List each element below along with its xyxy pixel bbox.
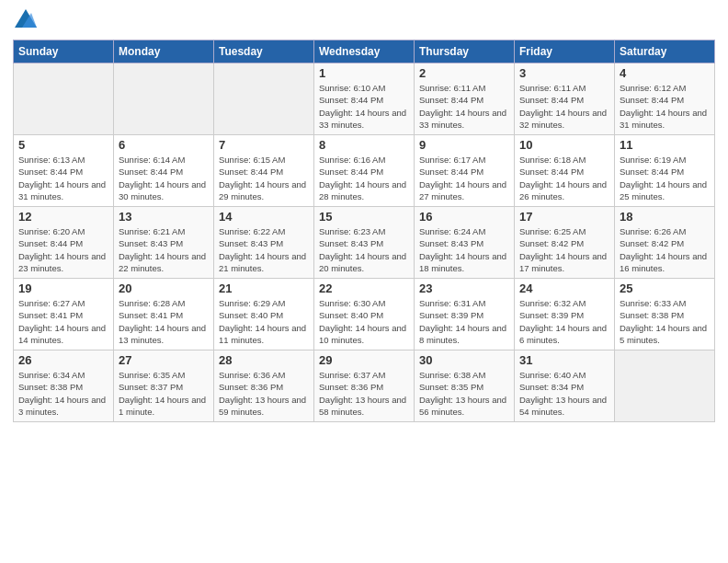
day-info: Sunrise: 6:20 AMSunset: 8:44 PMDaylight:… — [18, 225, 108, 274]
day-number: 17 — [519, 210, 609, 224]
day-number: 11 — [620, 138, 710, 152]
day-number: 12 — [18, 210, 108, 224]
day-cell: 11Sunrise: 6:19 AMSunset: 8:44 PMDayligh… — [615, 135, 715, 207]
week-row-1: 1Sunrise: 6:10 AMSunset: 8:44 PMDaylight… — [14, 63, 715, 135]
day-number: 23 — [419, 282, 509, 295]
day-info: Sunrise: 6:28 AMSunset: 8:41 PMDaylight:… — [119, 297, 209, 346]
day-cell: 13Sunrise: 6:21 AMSunset: 8:43 PMDayligh… — [114, 207, 214, 279]
day-cell: 24Sunrise: 6:32 AMSunset: 8:39 PMDayligh… — [515, 279, 615, 350]
day-info: Sunrise: 6:25 AMSunset: 8:42 PMDaylight:… — [519, 225, 609, 274]
day-info: Sunrise: 6:40 AMSunset: 8:34 PMDaylight:… — [519, 369, 609, 418]
day-info: Sunrise: 6:23 AMSunset: 8:43 PMDaylight:… — [319, 225, 409, 274]
day-cell: 19Sunrise: 6:27 AMSunset: 8:41 PMDayligh… — [14, 279, 114, 350]
day-number: 2 — [419, 66, 509, 80]
day-number: 5 — [18, 138, 108, 152]
day-number: 31 — [519, 353, 609, 367]
day-info: Sunrise: 6:18 AMSunset: 8:44 PMDaylight:… — [519, 154, 609, 202]
day-cell: 18Sunrise: 6:26 AMSunset: 8:42 PMDayligh… — [615, 207, 715, 279]
day-info: Sunrise: 6:37 AMSunset: 8:36 PMDaylight:… — [319, 369, 409, 418]
day-cell: 8Sunrise: 6:16 AMSunset: 8:44 PMDaylight… — [314, 135, 415, 207]
day-info: Sunrise: 6:21 AMSunset: 8:43 PMDaylight:… — [119, 225, 209, 274]
weekday-header-wednesday: Wednesday — [314, 40, 415, 63]
day-info: Sunrise: 6:26 AMSunset: 8:42 PMDaylight:… — [620, 225, 710, 274]
weekday-header-saturday: Saturday — [615, 40, 715, 63]
day-info: Sunrise: 6:38 AMSunset: 8:35 PMDaylight:… — [419, 369, 509, 418]
logo-icon — [15, 9, 37, 28]
day-cell: 9Sunrise: 6:17 AMSunset: 8:44 PMDaylight… — [415, 135, 515, 207]
day-number: 9 — [419, 138, 509, 152]
day-info: Sunrise: 6:35 AMSunset: 8:37 PMDaylight:… — [119, 369, 209, 418]
weekday-header-row: SundayMondayTuesdayWednesdayThursdayFrid… — [14, 40, 715, 63]
day-number: 7 — [219, 138, 309, 152]
day-cell: 15Sunrise: 6:23 AMSunset: 8:43 PMDayligh… — [314, 207, 415, 279]
day-number: 14 — [219, 210, 309, 224]
logo — [13, 9, 37, 32]
day-cell: 12Sunrise: 6:20 AMSunset: 8:44 PMDayligh… — [14, 207, 114, 279]
day-number: 20 — [119, 282, 209, 295]
day-info: Sunrise: 6:33 AMSunset: 8:38 PMDaylight:… — [620, 297, 710, 346]
day-number: 28 — [219, 353, 309, 367]
day-cell: 1Sunrise: 6:10 AMSunset: 8:44 PMDaylight… — [314, 63, 415, 135]
day-number: 27 — [119, 353, 209, 367]
logo-text — [13, 9, 37, 32]
day-info: Sunrise: 6:13 AMSunset: 8:44 PMDaylight:… — [18, 154, 108, 202]
day-number: 3 — [519, 66, 609, 80]
day-info: Sunrise: 6:30 AMSunset: 8:40 PMDaylight:… — [319, 297, 409, 346]
day-info: Sunrise: 6:10 AMSunset: 8:44 PMDaylight:… — [319, 82, 409, 131]
day-cell: 10Sunrise: 6:18 AMSunset: 8:44 PMDayligh… — [515, 135, 615, 207]
calendar-table: SundayMondayTuesdayWednesdayThursdayFrid… — [13, 40, 715, 422]
day-cell: 31Sunrise: 6:40 AMSunset: 8:34 PMDayligh… — [515, 350, 615, 422]
day-number: 15 — [319, 210, 409, 224]
weekday-header-sunday: Sunday — [14, 40, 114, 63]
day-cell — [14, 63, 114, 135]
day-cell: 3Sunrise: 6:11 AMSunset: 8:44 PMDaylight… — [515, 63, 615, 135]
day-info: Sunrise: 6:12 AMSunset: 8:44 PMDaylight:… — [620, 82, 710, 131]
day-cell: 16Sunrise: 6:24 AMSunset: 8:43 PMDayligh… — [415, 207, 515, 279]
day-info: Sunrise: 6:32 AMSunset: 8:39 PMDaylight:… — [519, 297, 609, 346]
day-number: 4 — [620, 66, 710, 80]
day-cell: 21Sunrise: 6:29 AMSunset: 8:40 PMDayligh… — [214, 279, 314, 350]
day-number: 26 — [18, 353, 108, 367]
day-number: 24 — [519, 282, 609, 295]
week-row-3: 12Sunrise: 6:20 AMSunset: 8:44 PMDayligh… — [14, 207, 715, 279]
day-number: 8 — [319, 138, 409, 152]
day-cell: 25Sunrise: 6:33 AMSunset: 8:38 PMDayligh… — [615, 279, 715, 350]
page-container: SundayMondayTuesdayWednesdayThursdayFrid… — [0, 0, 728, 430]
weekday-header-tuesday: Tuesday — [214, 40, 314, 63]
week-row-5: 26Sunrise: 6:34 AMSunset: 8:38 PMDayligh… — [14, 350, 715, 422]
day-info: Sunrise: 6:11 AMSunset: 8:44 PMDaylight:… — [519, 82, 609, 131]
day-cell: 14Sunrise: 6:22 AMSunset: 8:43 PMDayligh… — [214, 207, 314, 279]
day-cell: 28Sunrise: 6:36 AMSunset: 8:36 PMDayligh… — [214, 350, 314, 422]
day-number: 1 — [319, 66, 409, 80]
day-cell: 7Sunrise: 6:15 AMSunset: 8:44 PMDaylight… — [214, 135, 314, 207]
day-cell: 4Sunrise: 6:12 AMSunset: 8:44 PMDaylight… — [615, 63, 715, 135]
day-info: Sunrise: 6:15 AMSunset: 8:44 PMDaylight:… — [219, 154, 309, 202]
day-info: Sunrise: 6:22 AMSunset: 8:43 PMDaylight:… — [219, 225, 309, 274]
day-info: Sunrise: 6:11 AMSunset: 8:44 PMDaylight:… — [419, 82, 509, 131]
day-number: 25 — [620, 282, 710, 295]
day-cell — [214, 63, 314, 135]
day-number: 22 — [319, 282, 409, 295]
day-number: 6 — [119, 138, 209, 152]
day-info: Sunrise: 6:34 AMSunset: 8:38 PMDaylight:… — [18, 369, 108, 418]
week-row-2: 5Sunrise: 6:13 AMSunset: 8:44 PMDaylight… — [14, 135, 715, 207]
day-info: Sunrise: 6:27 AMSunset: 8:41 PMDaylight:… — [18, 297, 108, 346]
day-cell: 20Sunrise: 6:28 AMSunset: 8:41 PMDayligh… — [114, 279, 214, 350]
day-cell: 27Sunrise: 6:35 AMSunset: 8:37 PMDayligh… — [114, 350, 214, 422]
day-number: 21 — [219, 282, 309, 295]
day-info: Sunrise: 6:24 AMSunset: 8:43 PMDaylight:… — [419, 225, 509, 274]
day-info: Sunrise: 6:14 AMSunset: 8:44 PMDaylight:… — [119, 154, 209, 202]
day-cell: 23Sunrise: 6:31 AMSunset: 8:39 PMDayligh… — [415, 279, 515, 350]
day-number: 10 — [519, 138, 609, 152]
day-info: Sunrise: 6:19 AMSunset: 8:44 PMDaylight:… — [620, 154, 710, 202]
day-info: Sunrise: 6:29 AMSunset: 8:40 PMDaylight:… — [219, 297, 309, 346]
day-number: 16 — [419, 210, 509, 224]
day-cell: 26Sunrise: 6:34 AMSunset: 8:38 PMDayligh… — [14, 350, 114, 422]
day-number: 29 — [319, 353, 409, 367]
day-cell — [615, 350, 715, 422]
day-cell: 29Sunrise: 6:37 AMSunset: 8:36 PMDayligh… — [314, 350, 415, 422]
day-cell: 17Sunrise: 6:25 AMSunset: 8:42 PMDayligh… — [515, 207, 615, 279]
day-cell — [114, 63, 214, 135]
day-info: Sunrise: 6:16 AMSunset: 8:44 PMDaylight:… — [319, 154, 409, 202]
weekday-header-thursday: Thursday — [415, 40, 515, 63]
